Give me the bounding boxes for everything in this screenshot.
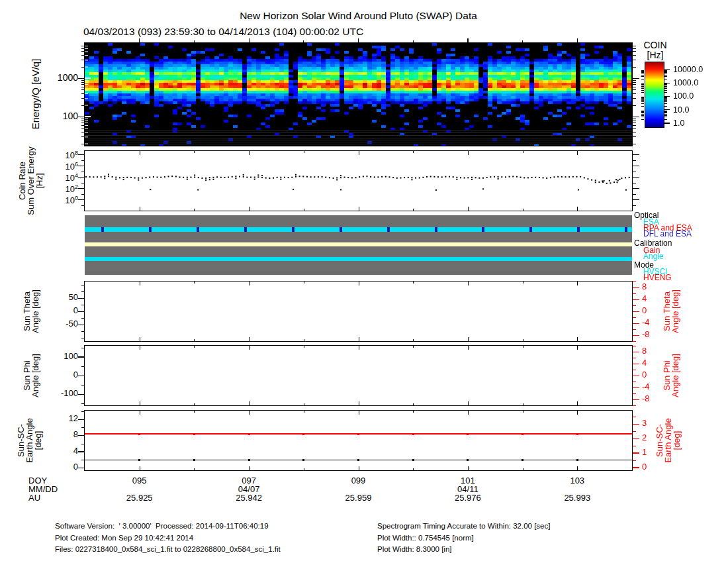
red-line-marker <box>302 433 304 435</box>
axis-tick <box>81 98 85 99</box>
tick-label: 2 <box>642 433 660 442</box>
axis-tick <box>633 387 639 389</box>
tick-label: 0 <box>44 462 78 472</box>
tick-label: 50 <box>44 293 78 302</box>
axis-tick <box>641 83 644 84</box>
axis-tick <box>81 46 85 46</box>
axis-tick <box>633 431 636 432</box>
optical-gap-tick <box>577 227 580 232</box>
x-tick <box>249 466 250 470</box>
doy-tick-label: 103 <box>547 476 607 486</box>
x-minor-tick <box>523 411 523 413</box>
x-tick <box>359 466 359 470</box>
x-minor-tick <box>523 282 523 283</box>
axis-tick <box>664 112 667 113</box>
axis-tick <box>633 55 636 56</box>
x-tick <box>359 282 359 285</box>
x-minor-tick <box>523 151 523 153</box>
optical-gap-tick <box>149 227 152 232</box>
axis-row-label: AU <box>28 493 75 503</box>
axis-tick <box>81 87 85 87</box>
axis-tick <box>641 103 644 104</box>
x-minor-tick <box>413 282 414 283</box>
axis-tick <box>81 403 85 404</box>
axis-tick <box>78 394 85 395</box>
axis-tick <box>81 427 85 428</box>
axis-tick <box>633 299 639 301</box>
axis-tick <box>641 114 644 115</box>
axis-tick <box>633 82 636 83</box>
sun-phi-right-ylabel: Sun Phi Angle [deg] <box>662 354 680 397</box>
axis-tick <box>664 72 667 72</box>
x-minor-tick <box>304 468 304 470</box>
axis-tick <box>664 87 667 87</box>
axis-tick <box>78 154 85 156</box>
x-tick <box>359 207 359 211</box>
x-minor-tick <box>413 411 414 413</box>
axis-tick <box>641 87 644 87</box>
axis-tick <box>81 318 85 319</box>
colorbar <box>645 62 664 128</box>
x-tick <box>577 346 578 350</box>
axis-tick <box>633 172 636 172</box>
x-minor-tick <box>413 339 414 341</box>
axis-tick <box>81 144 85 144</box>
legend-dfl-and-esa: DFL and ESA <box>643 230 692 238</box>
axis-tick <box>633 446 636 446</box>
axis-tick <box>633 84 636 85</box>
axis-tick <box>664 114 667 115</box>
x-minor-tick <box>194 411 195 413</box>
axis-tick <box>78 325 85 326</box>
axis-tick <box>78 419 85 421</box>
x-tick <box>577 401 578 405</box>
red-line-marker <box>357 433 359 435</box>
axis-tick <box>664 92 667 93</box>
axis-tick <box>81 55 85 56</box>
exponent: 4 <box>75 172 78 179</box>
axis-tick <box>641 72 644 73</box>
axis-tick <box>633 123 636 123</box>
tick-label: 0 <box>44 306 78 315</box>
tick-label: -4 <box>642 318 660 327</box>
axis-tick <box>664 84 667 85</box>
axis-tick <box>664 100 667 101</box>
axis-tick <box>81 444 85 444</box>
axis-tick <box>633 452 639 454</box>
axis-tick <box>664 88 667 89</box>
black-line-marker <box>193 459 195 461</box>
x-tick <box>249 151 250 155</box>
x-minor-tick <box>523 403 523 405</box>
axis-tick <box>641 111 644 111</box>
exponent: 8 <box>75 150 78 156</box>
axis-tick <box>81 366 85 367</box>
tick-label: 100 <box>46 193 78 205</box>
tick-label: 102 <box>46 182 78 194</box>
x-minor-tick <box>523 468 523 470</box>
tick-label: 104 <box>46 171 78 183</box>
axis-tick <box>81 82 85 83</box>
axis-tick <box>78 117 85 118</box>
legend-hveng: HVENG <box>643 274 672 282</box>
x-tick <box>468 151 469 155</box>
exponent: 6 <box>75 161 78 168</box>
axis-tick <box>633 160 636 161</box>
x-tick <box>577 207 578 211</box>
axis-tick <box>664 106 667 107</box>
axis-tick <box>633 78 639 79</box>
axis-tick <box>81 132 85 132</box>
doy-tick-label: 099 <box>329 476 388 486</box>
axis-tick <box>633 98 636 99</box>
x-tick <box>359 401 359 405</box>
red-line-marker <box>522 433 523 435</box>
instrument-state-band <box>85 215 632 275</box>
axis-tick <box>633 341 636 342</box>
x-tick <box>577 411 578 415</box>
tick-label: 0 <box>642 370 660 380</box>
au-tick-label: 25.993 <box>547 493 607 503</box>
axis-tick <box>664 75 667 76</box>
axis-tick <box>633 460 636 461</box>
sun-theta-panel <box>84 281 633 342</box>
axis-tick <box>81 285 85 285</box>
axis-tick <box>633 67 636 68</box>
axis-tick <box>641 72 644 72</box>
